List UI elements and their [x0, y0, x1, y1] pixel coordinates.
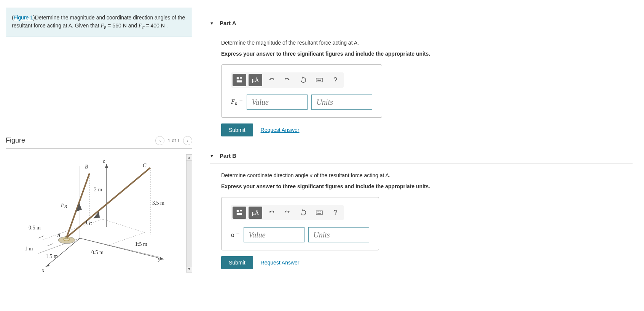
svg-marker-42 [288, 212, 290, 213]
undo-button[interactable] [265, 207, 278, 219]
part-b-submit-button[interactable]: Submit [221, 256, 253, 269]
svg-rect-46 [318, 212, 319, 212]
templates-icon [236, 77, 243, 83]
reset-icon [300, 209, 307, 216]
label-05m-1: 0.5 m [29, 225, 41, 231]
part-a-instruction: Determine the magnitude of the resultant… [221, 39, 633, 47]
svg-marker-43 [302, 209, 303, 211]
reset-button[interactable] [296, 207, 310, 219]
svg-rect-39 [240, 210, 242, 212]
figure-nav: ‹ 1 of 1 › [155, 136, 192, 145]
svg-marker-41 [269, 212, 271, 213]
part-b-value-input[interactable] [244, 227, 304, 242]
part-b-title: Part B [220, 152, 236, 159]
help-button[interactable]: ? [328, 74, 342, 86]
redo-icon [284, 209, 291, 216]
part-a-submit-button[interactable]: Submit [221, 123, 253, 136]
part-a-title: Part A [220, 20, 236, 26]
label-05m-2: 0.5 m [91, 250, 104, 256]
label-1m: 1 m [25, 246, 33, 252]
svg-rect-44 [316, 211, 322, 215]
label-15m-2: 1.5 m [135, 241, 147, 247]
label-35m: 3.5 m [152, 200, 164, 206]
undo-icon [268, 209, 275, 216]
symbols-button[interactable]: μÅ [249, 207, 262, 219]
help-button[interactable]: ? [328, 207, 342, 219]
text: = 400 N [145, 22, 165, 29]
svg-rect-38 [237, 210, 239, 212]
undo-button[interactable] [265, 74, 278, 86]
keyboard-button[interactable] [312, 74, 326, 86]
label-FC: FC [86, 219, 92, 226]
part-b-answer-box: μÅ ? [221, 197, 379, 250]
svg-rect-40 [237, 213, 242, 215]
svg-rect-31 [316, 78, 322, 82]
part-b-section: ▼ Part B Determine coordinate direction … [210, 148, 633, 273]
part-a-request-link[interactable]: Request Answer [261, 127, 300, 133]
part-b-bold-instruction: Express your answer to three significant… [221, 183, 633, 189]
label-15m-1: 1.5 m [46, 253, 58, 260]
part-a-bold-instruction: Express your answer to three significant… [221, 51, 633, 57]
svg-rect-47 [319, 212, 319, 212]
keyboard-button[interactable] [312, 207, 326, 219]
part-b-instruction: Determine coordinate direction angle α o… [221, 172, 633, 180]
svg-rect-27 [237, 80, 242, 82]
templates-icon [236, 209, 243, 216]
svg-rect-50 [317, 213, 321, 214]
part-a-value-input[interactable] [247, 95, 308, 110]
part-b-var-label: α = [231, 231, 240, 238]
svg-line-10 [103, 219, 145, 232]
svg-marker-28 [269, 79, 271, 80]
part-a-units-input[interactable] [311, 95, 372, 110]
part-a-header[interactable]: ▼ Part A [210, 15, 633, 31]
svg-rect-35 [320, 79, 320, 80]
figure-prev-button[interactable]: ‹ [155, 136, 164, 145]
var-fb: FB [100, 23, 106, 29]
svg-rect-32 [317, 79, 317, 80]
part-b-units-input[interactable] [308, 227, 369, 242]
part-a-var-label: FR = [231, 98, 243, 106]
figure-title: Figure [6, 136, 25, 144]
keyboard-icon [316, 209, 323, 216]
symbols-button[interactable]: μÅ [249, 74, 262, 86]
figure-section: Figure ‹ 1 of 1 › [6, 136, 192, 273]
part-b-header[interactable]: ▼ Part B [210, 148, 633, 164]
figure-scrollbar[interactable]: ▲ ▼ [186, 154, 192, 273]
label-FB: FB [61, 202, 67, 209]
svg-rect-48 [320, 212, 320, 212]
templates-button[interactable] [233, 207, 246, 219]
figure-next-button[interactable]: › [183, 136, 192, 145]
text: and [127, 22, 139, 29]
scroll-down-icon[interactable]: ▼ [187, 266, 192, 272]
svg-rect-37 [317, 80, 321, 81]
label-C: C [143, 163, 146, 169]
keyboard-icon [316, 77, 323, 83]
redo-button[interactable] [281, 74, 294, 86]
svg-rect-34 [319, 79, 319, 80]
svg-marker-6 [160, 257, 164, 260]
svg-rect-33 [318, 79, 319, 80]
var-fc: FC [139, 23, 145, 29]
svg-marker-29 [288, 79, 290, 80]
svg-rect-36 [320, 79, 321, 80]
redo-button[interactable] [281, 207, 294, 219]
svg-marker-8 [105, 164, 108, 168]
svg-marker-30 [302, 77, 303, 79]
svg-rect-26 [240, 77, 242, 79]
label-y: y [158, 256, 160, 263]
reset-icon [300, 77, 307, 83]
part-a-section: ▼ Part A Determine the magnitude of the … [210, 15, 633, 140]
part-b-request-link[interactable]: Request Answer [261, 260, 300, 266]
label-x: x [42, 267, 44, 273]
part-b-toolbar: μÅ ? [231, 205, 344, 220]
label-A: A [57, 232, 61, 239]
templates-button[interactable] [233, 74, 246, 86]
part-a-toolbar: μÅ ? [231, 72, 344, 88]
figure-link[interactable]: Figure 1 [14, 14, 33, 21]
caret-down-icon: ▼ [210, 154, 214, 158]
scroll-up-icon[interactable]: ▲ [187, 155, 192, 161]
figure-canvas: B C z x y A FB FC 2 m 3.5 m 0.5 m 0.5 m … [6, 154, 192, 273]
undo-icon [268, 77, 275, 83]
reset-button[interactable] [296, 74, 310, 86]
problem-statement: (Figure 1)Determine the magnitude and co… [6, 8, 192, 37]
